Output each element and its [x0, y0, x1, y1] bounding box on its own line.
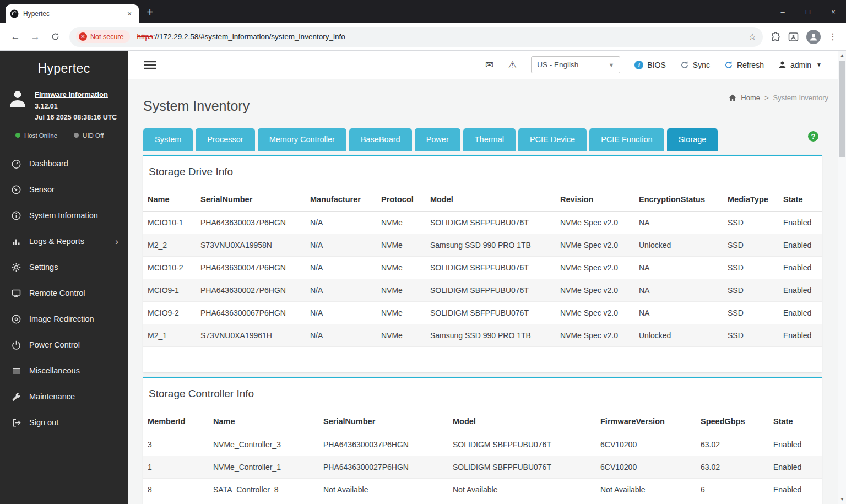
sidebar-item-power-control[interactable]: Power Control	[0, 332, 128, 358]
scrollbar-down-arrow-icon[interactable]: ▼	[838, 495, 846, 504]
dashboard-icon	[10, 159, 21, 169]
table-cell: SOLIDIGM SBFPFUBU076T	[426, 302, 556, 324]
table-cell: NA	[634, 279, 723, 302]
tab-power[interactable]: Power	[415, 128, 460, 151]
tab-baseboard[interactable]: BaseBoard	[349, 128, 412, 151]
column-header: Model	[448, 410, 596, 433]
sidebar-item-label: Logs & Reports	[29, 237, 84, 246]
column-header: Protocol	[377, 188, 426, 212]
extensions-icon[interactable]	[771, 32, 780, 42]
table-cell: PHA6436300047P6HGN	[196, 257, 306, 279]
table-cell: SSD	[723, 324, 779, 347]
table-cell: Unlocked	[634, 234, 723, 257]
browser-chrome: Hypertec × + – □ × ← → ✕ Not secure http…	[0, 0, 846, 51]
sidebar-item-maintenance[interactable]: Maintenance	[0, 384, 128, 410]
table-cell: 6CV10200	[596, 456, 696, 479]
tab-system[interactable]: System	[143, 128, 193, 151]
table-row: 3NVMe_Controller_3PHA6436300037P6HGNSOLI…	[143, 433, 822, 456]
tab-thermal[interactable]: Thermal	[463, 128, 516, 151]
new-tab-button[interactable]: +	[142, 4, 158, 20]
table-cell: 3	[143, 433, 209, 456]
profile-frame-icon[interactable]	[788, 32, 799, 42]
language-select[interactable]: US - English ▼	[531, 56, 620, 73]
tab-processor[interactable]: Processor	[196, 128, 254, 151]
table-cell: NVMe Spec v2.0	[556, 279, 634, 302]
tab-pcie-device[interactable]: PCIE Device	[518, 128, 587, 151]
home-icon	[729, 94, 736, 101]
firmware-information-link[interactable]: Firmware Information	[35, 89, 117, 101]
address-bar[interactable]: ✕ Not secure https://172.29.2.58/#system…	[69, 27, 763, 47]
table-cell: NVMe	[377, 324, 426, 347]
sidebar-item-logs-reports[interactable]: Logs & Reports ›	[0, 229, 128, 254]
not-secure-icon: ✕	[79, 32, 87, 41]
table-cell: N/A	[306, 212, 377, 234]
table-cell: NVMe	[377, 257, 426, 279]
uid-status: UID Off	[74, 132, 104, 139]
scrollbar-up-arrow-icon[interactable]: ▲	[838, 51, 846, 60]
refresh-button[interactable]: Refresh	[724, 61, 764, 69]
tab-close-icon[interactable]: ×	[124, 9, 134, 19]
page-title: System Inventory	[143, 98, 822, 114]
table-cell: NVMe	[377, 302, 426, 324]
table-cell: NA	[634, 212, 723, 234]
chevron-down-icon: ▼	[816, 62, 822, 68]
tab-storage[interactable]: Storage	[667, 128, 718, 151]
sidebar-item-miscellaneous[interactable]: Miscellaneous	[0, 358, 128, 384]
help-icon[interactable]: ?	[808, 131, 818, 142]
table-cell: S73VNU0XA19958N	[196, 234, 306, 257]
refresh-label: Refresh	[737, 61, 764, 69]
browser-profile-avatar[interactable]	[806, 30, 821, 44]
column-header: State	[769, 410, 822, 433]
user-menu[interactable]: admin ▼	[778, 61, 822, 69]
toolbar-right: ⋮	[767, 30, 840, 44]
table-cell: Samsung SSD 990 PRO 1TB	[426, 234, 556, 257]
user-avatar-icon	[8, 89, 28, 108]
sidebar-item-settings[interactable]: Settings	[0, 254, 128, 280]
reload-button[interactable]	[46, 28, 64, 46]
sidebar-item-image-redirection[interactable]: Image Redirection	[0, 306, 128, 332]
breadcrumb-home[interactable]: Home	[741, 94, 760, 102]
browser-tab[interactable]: Hypertec ×	[6, 4, 139, 23]
browser-menu-icon[interactable]: ⋮	[828, 31, 837, 42]
sidebar-item-sign-out[interactable]: Sign out	[0, 410, 128, 436]
column-header: FirmwareVersion	[596, 410, 696, 433]
sidebar-item-dashboard[interactable]: Dashboard	[0, 151, 128, 177]
not-secure-badge[interactable]: ✕ Not secure	[76, 30, 130, 43]
bookmark-star-icon[interactable]: ☆	[749, 31, 756, 42]
window-close-button[interactable]: ×	[821, 0, 846, 23]
table-cell: N/A	[306, 257, 377, 279]
sidebar-item-remote-control[interactable]: Remote Control	[0, 280, 128, 306]
site-favicon	[10, 9, 19, 18]
sidebar-item-label: Remote Control	[29, 289, 85, 297]
uid-off-dot-icon	[74, 133, 79, 138]
uid-status-label: UID Off	[83, 132, 104, 139]
sidebar-item-system-information[interactable]: System Information	[0, 203, 128, 229]
storage-controller-info-panel: Storage Controller Info MemberIdNameSeri…	[143, 377, 822, 504]
sync-button[interactable]: Sync	[680, 61, 710, 69]
warning-icon[interactable]: ⚠	[508, 60, 517, 70]
back-button[interactable]: ←	[7, 28, 24, 46]
window-maximize-button[interactable]: □	[795, 0, 821, 23]
column-header: SerialNumber	[196, 188, 306, 212]
panel-title: Storage Controller Info	[143, 386, 822, 410]
page-scrollbar[interactable]: ▲ ▼	[838, 51, 846, 504]
app-window: Hypertec Firmware Information 3.12.01 Ju…	[0, 51, 846, 504]
table-cell: S73VNU0XA19961H	[196, 324, 306, 347]
scrollbar-thumb[interactable]	[839, 61, 845, 157]
window-controls: – □ ×	[770, 0, 846, 23]
storage-drive-table: NameSerialNumberManufacturerProtocolMode…	[143, 188, 822, 347]
bios-info-icon: i	[634, 61, 643, 69]
forward-button[interactable]: →	[26, 28, 44, 46]
chevron-down-icon: ▼	[608, 62, 614, 68]
tab-memory-controller[interactable]: Memory Controller	[258, 128, 346, 151]
sidebar-item-sensor[interactable]: Sensor	[0, 177, 128, 203]
hamburger-menu-icon[interactable]	[144, 61, 156, 69]
bios-button[interactable]: i BIOS	[634, 61, 665, 69]
tab-pcie-function[interactable]: PCIE Function	[589, 128, 664, 151]
column-header: Revision	[556, 188, 634, 212]
table-cell: M2_2	[143, 234, 196, 257]
bar-chart-icon	[10, 236, 21, 247]
window-minimize-button[interactable]: –	[770, 0, 795, 23]
mail-icon[interactable]: ✉	[485, 60, 494, 70]
storage-controller-table: MemberIdNameSerialNumberModelFirmwareVer…	[143, 410, 822, 501]
